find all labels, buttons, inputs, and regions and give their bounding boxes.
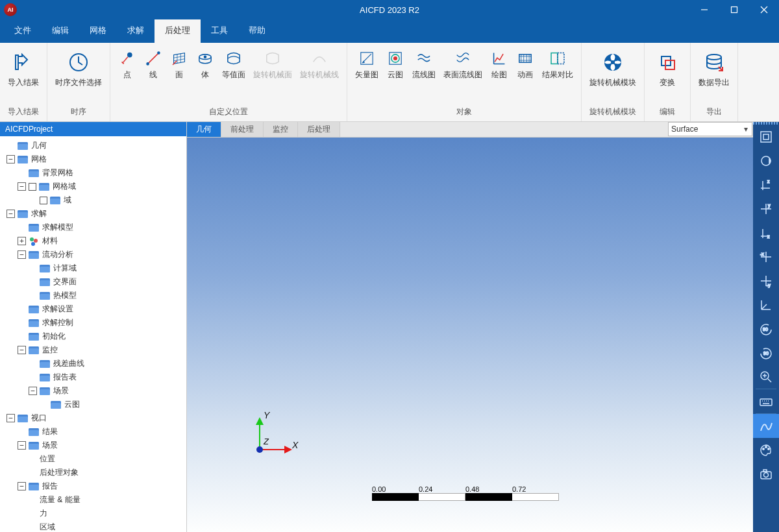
svg-point-14	[393, 56, 397, 60]
ribbon-btn-animation[interactable]: 动画	[512, 47, 538, 82]
tree-item-17[interactable]: 报告表	[3, 370, 186, 384]
menu-1[interactable]: 编辑	[42, 18, 79, 43]
tree-item-3[interactable]: −网格域	[3, 180, 186, 193]
svg-point-45	[764, 472, 769, 477]
tree-item-9[interactable]: 计算域	[3, 261, 186, 275]
ribbon-label: 点	[123, 70, 131, 79]
menu-3[interactable]: 求解	[117, 18, 155, 43]
maximize-button[interactable]	[719, 0, 749, 19]
ribbon-btn-compare[interactable]: 结果对比	[538, 47, 577, 82]
tree-item-28[interactable]: 区域	[3, 520, 186, 532]
menu-0[interactable]: 文件	[4, 18, 42, 43]
ribbon-btn-data-export[interactable]: 数据导出	[695, 47, 734, 90]
ribbon-btn-line[interactable]: 线	[140, 47, 166, 82]
tree-item-14[interactable]: 初始化	[3, 330, 186, 343]
tree-item-24[interactable]: 后处理对象	[3, 466, 186, 479]
collapse-icon[interactable]: −	[29, 387, 37, 395]
ribbon-btn-transform[interactable]: 变换	[649, 47, 686, 90]
ribbon-btn-rot-module[interactable]: 旋转机械模块	[586, 47, 640, 90]
side-tool-rot-left[interactable]: 90	[753, 317, 779, 341]
side-tool-zoom[interactable]	[753, 365, 779, 389]
close-button[interactable]	[749, 0, 779, 19]
tree-item-18[interactable]: −场景	[3, 384, 186, 398]
tree-item-6[interactable]: 求解模型	[3, 221, 186, 234]
tree-item-12[interactable]: 求解设置	[3, 302, 186, 316]
viewport-tab-postprocess[interactable]: 后处理	[298, 122, 340, 137]
svg-text:90: 90	[763, 351, 769, 356]
side-tool-fit[interactable]	[753, 125, 779, 149]
tree-item-25[interactable]: −报告	[3, 479, 186, 493]
menu-2[interactable]: 网格	[79, 18, 117, 43]
collapse-icon[interactable]: −	[6, 210, 15, 218]
viewport-tab-monitor[interactable]: 监控	[264, 122, 298, 137]
side-tool-flip-y[interactable]: -y	[753, 269, 779, 293]
tree-header[interactable]: AICFDProject	[0, 122, 186, 136]
tree-item-7[interactable]: +材料	[3, 234, 186, 248]
tree-item-1[interactable]: −网格	[3, 152, 186, 166]
collapse-icon[interactable]: −	[6, 414, 15, 422]
axis-x-label: X	[291, 440, 299, 450]
tree-item-4[interactable]: 域	[3, 193, 186, 207]
ribbon-btn-time-file-select[interactable]: 时序文件选择	[51, 47, 106, 90]
tree-item-26[interactable]: 流量 & 能量	[3, 493, 186, 507]
side-tool-zx[interactable]: z	[753, 221, 779, 245]
tree-item-23[interactable]: 位置	[3, 452, 186, 466]
ribbon-btn-contour[interactable]: 云图	[382, 47, 408, 82]
ribbon-btn-point[interactable]: 点	[114, 47, 140, 82]
side-tool-curve[interactable]	[753, 414, 779, 438]
collapse-icon[interactable]: −	[6, 155, 15, 163]
tree-item-15[interactable]: −监控	[3, 343, 186, 357]
svg-text:z: z	[767, 179, 770, 184]
tree-item-2[interactable]: 背景网格	[3, 166, 186, 180]
collapse-icon[interactable]: −	[18, 182, 26, 191]
tree-item-5[interactable]: −求解	[3, 207, 186, 221]
collapse-icon[interactable]: −	[18, 346, 26, 354]
ribbon-btn-surf-stream[interactable]: 表面流线图	[439, 47, 486, 82]
collapse-icon[interactable]: −	[18, 441, 26, 450]
tree-item-19[interactable]: 云图	[3, 398, 186, 411]
tree-body[interactable]: 几何−网格背景网格−网格域域−求解求解模型+材料−流动分析计算域交界面热模型求解…	[0, 136, 186, 532]
side-tool-axes[interactable]	[753, 293, 779, 317]
checkbox[interactable]	[29, 183, 36, 191]
viewport-tab-preprocess[interactable]: 前处理	[221, 122, 264, 137]
side-tool-xy[interactable]: z	[753, 173, 779, 197]
tree-item-0[interactable]: 几何	[3, 139, 186, 152]
tree-item-13[interactable]: 求解控制	[3, 316, 186, 330]
viewport-tab-geometry[interactable]: 几何	[187, 122, 221, 137]
tree-label: 监控	[42, 345, 58, 356]
side-tool-flip-x[interactable]: -x	[753, 245, 779, 269]
display-mode-select[interactable]: Surface	[668, 122, 752, 136]
side-tool-yz[interactable]: y	[753, 197, 779, 221]
expand-icon[interactable]: +	[18, 237, 26, 245]
viewport-canvas[interactable]: Y X Z 0.00 0.24 0.48 0.72	[187, 138, 753, 532]
side-tool-camera[interactable]	[753, 462, 779, 486]
side-tool-rot-right[interactable]: 90	[753, 341, 779, 365]
ribbon-btn-body[interactable]: 体	[192, 47, 218, 82]
ribbon-btn-streamline[interactable]: 流线图	[408, 47, 439, 82]
checkbox[interactable]	[40, 197, 47, 204]
side-tool-palette[interactable]	[753, 438, 779, 462]
menu-6[interactable]: 帮助	[238, 18, 276, 43]
tree-item-27[interactable]: 力	[3, 507, 186, 520]
minimize-button[interactable]	[689, 0, 719, 19]
ribbon-btn-isosurface[interactable]: 等值面	[218, 47, 249, 82]
tree-item-21[interactable]: 结果	[3, 425, 186, 439]
menu-4[interactable]: 后处理	[155, 18, 201, 43]
folder-icon	[40, 292, 50, 300]
ribbon-btn-vector[interactable]: 矢量图	[351, 47, 382, 82]
collapse-icon[interactable]: −	[18, 250, 26, 259]
menu-5[interactable]: 工具	[201, 18, 238, 43]
tree-item-8[interactable]: −流动分析	[3, 248, 186, 261]
collapse-icon[interactable]: −	[18, 482, 26, 490]
ribbon-btn-surface[interactable]: 面	[166, 47, 192, 82]
tree-label: 背景网格	[42, 167, 73, 178]
tree-item-20[interactable]: −视口	[3, 411, 186, 425]
tree-item-11[interactable]: 热模型	[3, 289, 186, 302]
side-tool-keyboard[interactable]	[753, 389, 779, 413]
tree-item-16[interactable]: 残差曲线	[3, 357, 186, 370]
ribbon-btn-plot[interactable]: 绘图	[486, 47, 512, 82]
ribbon-btn-import-results[interactable]: 导入结果	[4, 47, 43, 90]
tree-item-10[interactable]: 交界面	[3, 275, 186, 289]
side-tool-rotate[interactable]	[753, 149, 779, 173]
tree-item-22[interactable]: −场景	[3, 439, 186, 452]
